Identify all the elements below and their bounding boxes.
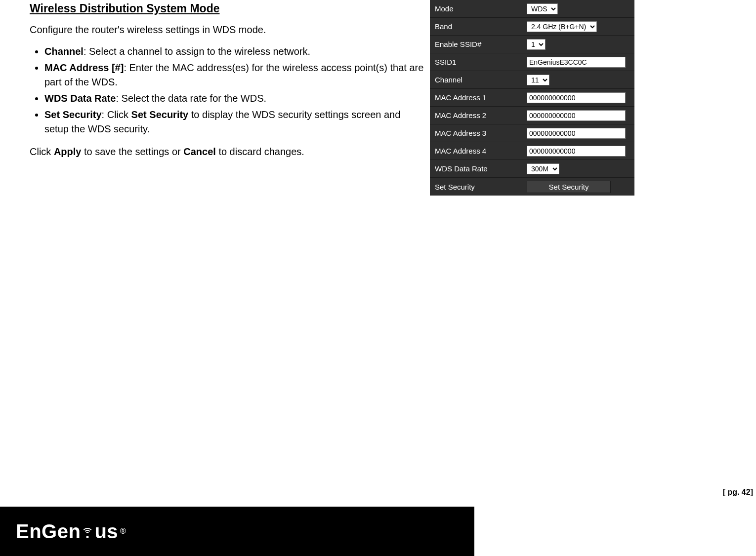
list-item: Channel: Select a channel to assign to t… — [44, 44, 425, 59]
list-item: MAC Address [#]: Enter the MAC address(e… — [44, 61, 425, 89]
settings-panel: Mode WDS Band 2.4 GHz (B+G+N) Enable SSI… — [430, 0, 634, 196]
term-channel: Channel — [44, 46, 84, 57]
set-security-button[interactable]: Set Security — [527, 181, 611, 193]
label-ssid1: SSID1 — [430, 58, 523, 66]
label-band: Band — [430, 22, 523, 31]
list-item: Set Security: Click Set Security to disp… — [44, 108, 425, 136]
channel-select[interactable]: 11 — [527, 75, 549, 85]
label-mac3: MAC Address 3 — [430, 129, 523, 137]
label-mode: Mode — [430, 4, 523, 13]
label-mac4: MAC Address 4 — [430, 147, 523, 155]
desc: : Click — [102, 109, 131, 120]
doc-heading: Wireless Distribution System Mode — [30, 2, 425, 15]
page-number: [ pg. 42] — [723, 488, 753, 497]
text: Click — [30, 146, 54, 157]
doc-footer-line: Click Apply to save the settings or Canc… — [30, 146, 425, 158]
label-data-rate: WDS Data Rate — [430, 164, 523, 173]
brand-logo: EnGen us ® — [16, 520, 126, 543]
mac4-input[interactable] — [527, 146, 626, 157]
brand-text-pre: EnGen — [16, 520, 81, 543]
mac3-input[interactable] — [527, 128, 626, 139]
brand-text-post: us — [94, 520, 118, 543]
apply-word: Apply — [54, 146, 82, 157]
label-mac2: MAC Address 2 — [430, 111, 523, 119]
doc-intro: Configure the router's wireless settings… — [30, 24, 425, 36]
doc-column: Wireless Distribution System Mode Config… — [30, 0, 425, 158]
text: to discard changes. — [216, 146, 304, 157]
cancel-word: Cancel — [183, 146, 216, 157]
doc-bullet-list: Channel: Select a channel to assign to t… — [30, 44, 425, 136]
list-item: WDS Data Rate: Select the data rate for … — [44, 91, 425, 106]
wifi-icon — [81, 521, 94, 541]
mac1-input[interactable] — [527, 92, 626, 103]
term-set-security: Set Security — [44, 109, 102, 120]
logo-bar: EnGen us ® — [0, 507, 474, 556]
desc: : Select the data rate for the WDS. — [116, 93, 266, 104]
desc: : Select a channel to assign to the wire… — [84, 46, 310, 57]
data-rate-select[interactable]: 300M — [527, 163, 559, 174]
band-select[interactable]: 2.4 GHz (B+G+N) — [527, 21, 597, 32]
registered-icon: ® — [120, 527, 126, 536]
term-data-rate: WDS Data Rate — [44, 93, 116, 104]
ssid1-input[interactable] — [527, 57, 626, 68]
label-enable-ssid: Enable SSID# — [430, 40, 523, 48]
mac2-input[interactable] — [527, 110, 626, 121]
desc-bold: Set Security — [131, 109, 189, 120]
mode-select[interactable]: WDS — [527, 3, 558, 14]
text: to save the settings or — [81, 146, 183, 157]
label-channel: Channel — [430, 76, 523, 84]
label-set-security: Set Security — [430, 183, 523, 191]
enable-ssid-select[interactable]: 1 — [527, 39, 546, 50]
term-mac: MAC Address [#] — [44, 62, 124, 73]
label-mac1: MAC Address 1 — [430, 93, 523, 102]
